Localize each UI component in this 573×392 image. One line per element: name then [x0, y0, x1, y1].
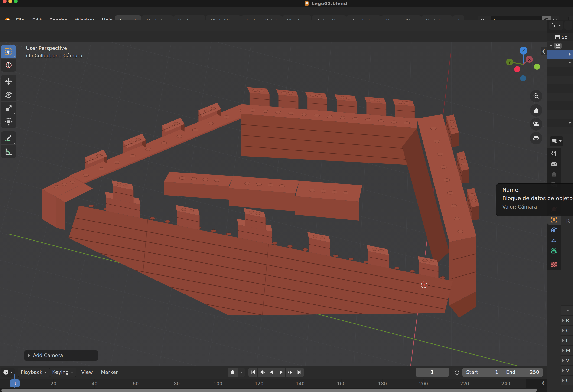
jump-to-end-icon: [296, 369, 303, 375]
tool-move[interactable]: [1, 75, 16, 88]
properties-tab-texture[interactable]: [547, 259, 561, 270]
properties-editor-type-dropdown[interactable]: [550, 136, 563, 146]
outliner-row-empty[interactable]: [547, 102, 573, 110]
timeline-view-menu[interactable]: View: [79, 368, 95, 377]
previous-keyframe-button[interactable]: [258, 368, 267, 377]
collapsed-panel-row[interactable]: M: [561, 345, 573, 355]
play-reverse-icon: [269, 369, 275, 375]
outliner-header: [549, 21, 572, 30]
previous-keyframe-icon: [259, 369, 265, 375]
timeline-editor-type-dropdown[interactable]: [1, 368, 15, 377]
tool-rotate[interactable]: [1, 88, 16, 101]
collapsed-panel-row[interactable]: V: [561, 365, 573, 375]
play-button[interactable]: [276, 368, 285, 377]
navigation-gizmo[interactable]: Z X Y: [495, 42, 547, 88]
camera-icon: [532, 121, 540, 128]
collapse-triangle-icon[interactable]: [568, 122, 571, 124]
collapse-triangle-icon[interactable]: [568, 62, 571, 64]
properties-tab-render[interactable]: [547, 159, 561, 169]
collapsed-panel-row[interactable]: C: [561, 325, 573, 335]
gizmo-y-neg[interactable]: [534, 64, 540, 70]
auto-key-settings[interactable]: [238, 368, 245, 377]
chevron-down-icon: [559, 141, 562, 142]
collapsed-panel-row[interactable]: V: [561, 355, 573, 365]
tool-scale[interactable]: [1, 102, 16, 115]
viewport-canvas[interactable]: [0, 42, 547, 366]
ruler-frame-label: 100: [211, 381, 225, 386]
gizmo-x-neg[interactable]: [514, 66, 520, 72]
tool-cursor[interactable]: [1, 58, 16, 71]
ruler-frame-label: 40: [88, 381, 102, 386]
outliner-row-empty[interactable]: [547, 67, 573, 76]
timeline-marker-menu[interactable]: Marker: [99, 368, 120, 377]
play-reverse-button[interactable]: [267, 368, 276, 377]
auto-key-record-button[interactable]: [228, 368, 238, 377]
chevron-down-icon: [558, 25, 561, 26]
playhead[interactable]: 1: [10, 379, 19, 387]
camera-view-button[interactable]: [530, 118, 542, 130]
measure-icon: [4, 147, 13, 156]
properties-tab-physics[interactable]: [547, 225, 561, 235]
cursor-icon: [4, 61, 13, 70]
outliner-row-empty[interactable]: [547, 76, 573, 84]
keying-menu[interactable]: Keying: [49, 368, 76, 377]
properties-tab-object[interactable]: [547, 214, 561, 225]
timeline-scrollbar[interactable]: [1, 389, 537, 392]
tool-measure[interactable]: [1, 145, 16, 158]
texture-properties-icon: [551, 261, 557, 268]
outliner-row-empty[interactable]: [547, 84, 573, 93]
clock-icon: [3, 369, 9, 375]
viewport-3d: User Perspective (1) Collection | Cámara…: [0, 42, 547, 366]
collection-icon: [555, 43, 561, 48]
outliner-row-expanded-child[interactable]: [547, 58, 573, 67]
lego-structure[interactable]: [42, 87, 479, 366]
properties-content-fragment: R: [566, 218, 570, 224]
expand-triangle-icon[interactable]: [569, 53, 571, 56]
end-frame-field[interactable]: End 250: [502, 368, 543, 377]
properties-tab-constraints[interactable]: [547, 235, 561, 246]
orthographic-toggle-button[interactable]: [530, 132, 542, 144]
expand-triangle-icon[interactable]: [550, 45, 553, 47]
next-keyframe-button[interactable]: [286, 368, 295, 377]
outliner-row-expanded-2[interactable]: [547, 119, 573, 127]
current-frame-field[interactable]: 1: [416, 368, 449, 377]
pan-button[interactable]: [530, 104, 542, 117]
close-window-icon[interactable]: [3, 0, 6, 3]
panel-expand-icon: [562, 329, 564, 332]
preview-range-button[interactable]: [452, 368, 462, 377]
outliner-filter-button-cut[interactable]: [564, 21, 572, 30]
outliner-row-empty[interactable]: [547, 93, 573, 102]
collapsed-panel-row[interactable]: [561, 305, 573, 315]
collapsed-panel-row[interactable]: R: [561, 315, 573, 325]
tool-annotate[interactable]: [1, 131, 16, 144]
add-camera-panel[interactable]: Add Camera: [24, 350, 98, 361]
frame-ruler[interactable]: 204060801001201401601802002202401: [0, 379, 547, 388]
outliner-editor-type-dropdown[interactable]: [549, 21, 563, 30]
ruler-frame-label: 160: [334, 381, 348, 386]
properties-tab-object-data[interactable]: [547, 246, 561, 256]
start-frame-field[interactable]: Start 1: [463, 368, 502, 377]
playback-menu[interactable]: Playback: [18, 368, 50, 377]
zoom-button[interactable]: [530, 90, 542, 102]
outliner-row-empty[interactable]: [547, 110, 573, 119]
collapsed-panel-row[interactable]: C: [561, 375, 573, 385]
gizmo-z-neg[interactable]: [520, 75, 526, 81]
tool-transform[interactable]: [1, 115, 16, 128]
jump-to-start-button[interactable]: [249, 368, 257, 377]
properties-tab-tool[interactable]: [547, 148, 561, 159]
outliner-row-object-selected[interactable]: [547, 50, 573, 58]
collapsed-panel-row[interactable]: I: [561, 335, 573, 345]
jump-to-end-button[interactable]: [295, 368, 304, 377]
tool-select-box[interactable]: [1, 45, 16, 58]
outliner-tree-icon: [551, 22, 557, 28]
minimize-window-icon[interactable]: [8, 0, 12, 3]
outliner-row-scene-collection[interactable]: Sc: [547, 33, 573, 41]
outliner-row-collection-active[interactable]: [547, 41, 573, 50]
next-keyframe-icon: [287, 369, 293, 375]
timeline-corner-handle[interactable]: ❮: [541, 380, 545, 386]
maximize-window-icon[interactable]: [14, 0, 18, 3]
sidebar-collapse-handle[interactable]: ❮: [541, 47, 547, 55]
properties-tab-output[interactable]: [547, 169, 561, 180]
ruler-frame-label: 220: [458, 381, 471, 386]
scale-icon: [4, 104, 13, 113]
